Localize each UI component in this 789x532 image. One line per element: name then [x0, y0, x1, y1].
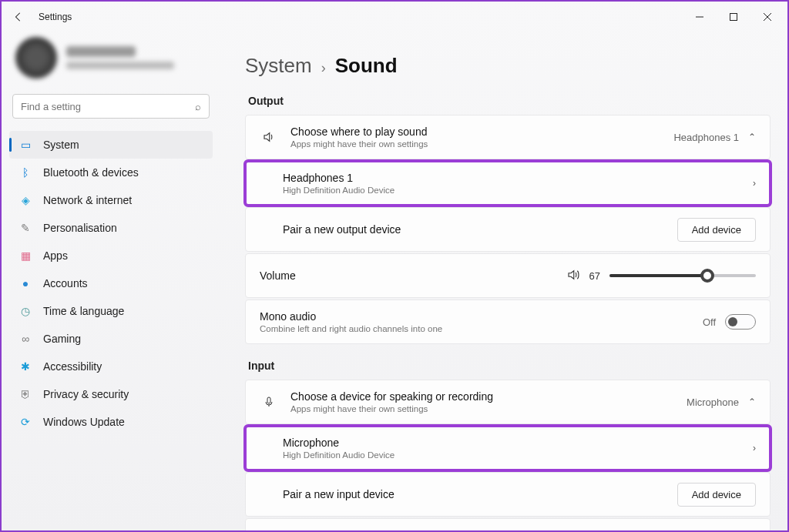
speaker-icon [260, 130, 278, 144]
nav-gaming[interactable]: ∞Gaming [9, 325, 213, 353]
bluetooth-icon: ᛒ [18, 166, 32, 179]
svg-rect-2 [267, 397, 270, 403]
add-output-device-button[interactable]: Add device [677, 218, 756, 242]
system-icon: ▭ [18, 138, 32, 152]
back-button[interactable] [5, 3, 32, 31]
nav-accounts[interactable]: ●Accounts [9, 269, 213, 297]
main-content: System › Sound Output Choose where to pl… [217, 32, 787, 530]
mono-toggle[interactable] [725, 314, 756, 330]
output-volume-slider[interactable] [609, 274, 756, 277]
minimize-button[interactable] [683, 5, 717, 28]
input-pair-card: Pair a new input device Add device [245, 472, 771, 517]
output-volume-card: Volume 67 [245, 253, 771, 298]
search-icon: ⌕ [195, 101, 201, 112]
svg-rect-1 [730, 14, 737, 21]
chevron-up-icon: ⌃ [748, 396, 756, 407]
close-button[interactable] [750, 5, 784, 28]
microphone-icon [260, 395, 278, 409]
nav-bluetooth[interactable]: ᛒBluetooth & devices [9, 159, 213, 186]
apps-icon: ▦ [18, 249, 32, 263]
input-device-microphone[interactable]: Microphone High Definition Audio Device … [245, 426, 771, 470]
add-input-device-button[interactable]: Add device [677, 483, 756, 507]
user-email [66, 62, 174, 69]
globe-icon: ◷ [18, 304, 32, 318]
output-volume-value: 67 [589, 270, 600, 282]
chevron-right-icon: › [753, 443, 756, 453]
input-section-title: Input [248, 360, 771, 372]
output-section-title: Output [248, 95, 771, 107]
nav-update[interactable]: ⟳Windows Update [9, 408, 213, 436]
accessibility-icon: ✱ [18, 360, 32, 373]
nav-time[interactable]: ◷Time & language [9, 297, 213, 325]
nav-privacy[interactable]: ⛨Privacy & security [9, 380, 213, 408]
page-title: Sound [335, 54, 398, 78]
person-icon: ● [18, 276, 32, 290]
input-volume-card: Volume 96 [245, 518, 771, 530]
nav-list: ▭System ᛒBluetooth & devices ◈Network & … [9, 131, 213, 436]
user-name [66, 46, 136, 57]
nav-personalisation[interactable]: ✎Personalisation [9, 214, 213, 242]
shield-icon: ⛨ [18, 387, 32, 401]
nav-apps[interactable]: ▦Apps [9, 242, 213, 269]
gamepad-icon: ∞ [18, 332, 32, 346]
speaker-icon[interactable] [566, 268, 580, 284]
breadcrumb-parent[interactable]: System [245, 54, 312, 78]
output-pair-card: Pair a new output device Add device [245, 207, 771, 252]
maximize-button[interactable] [717, 5, 750, 28]
output-device-headphones[interactable]: Headphones 1 High Definition Audio Devic… [245, 161, 771, 206]
output-selected: Headphones 1 [673, 132, 739, 143]
sidebar: ⌕ ▭System ᛒBluetooth & devices ◈Network … [2, 32, 217, 530]
user-profile[interactable] [9, 32, 213, 94]
brush-icon: ✎ [18, 221, 32, 235]
chevron-up-icon: ⌃ [748, 132, 756, 142]
search-input-wrap[interactable]: ⌕ [12, 94, 210, 119]
input-choose-card[interactable]: Choose a device for speaking or recordin… [245, 380, 771, 424]
title-bar: Settings [2, 2, 787, 32]
output-choose-card[interactable]: Choose where to play sound Apps might ha… [245, 115, 771, 159]
nav-network[interactable]: ◈Network & internet [9, 186, 213, 214]
input-selected: Microphone [687, 396, 739, 408]
mono-audio-card[interactable]: Mono audio Combine left and right audio … [245, 299, 771, 344]
mono-state: Off [703, 316, 716, 328]
wifi-icon: ◈ [18, 193, 32, 207]
search-input[interactable] [21, 101, 195, 112]
update-icon: ⟳ [18, 415, 32, 429]
avatar [15, 37, 57, 79]
nav-system[interactable]: ▭System [9, 131, 213, 159]
chevron-right-icon: › [321, 60, 326, 76]
nav-accessibility[interactable]: ✱Accessibility [9, 353, 213, 380]
chevron-right-icon: › [753, 178, 756, 189]
breadcrumb: System › Sound [245, 54, 771, 78]
window-title: Settings [39, 12, 72, 22]
